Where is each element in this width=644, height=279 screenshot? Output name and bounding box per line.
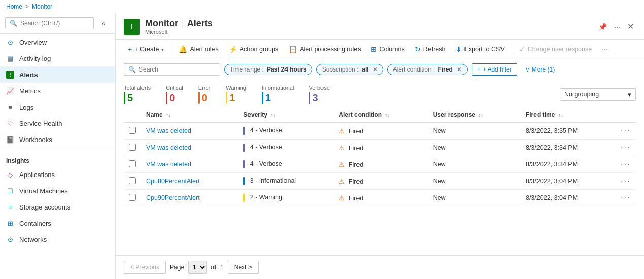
alert-name-link[interactable]: Cpu90PercentAlert: [146, 194, 200, 201]
alert-condition-value: Fired: [438, 66, 452, 73]
filter-search-input[interactable]: [139, 66, 216, 73]
alert-condition-sort-icon[interactable]: ↑↓: [385, 112, 390, 118]
warning-count: 1: [229, 92, 235, 104]
alerts-icon: !: [6, 71, 14, 79]
more-filters-button[interactable]: ∨ More (1): [521, 64, 559, 75]
col-name[interactable]: Name ↑↓: [141, 107, 238, 123]
add-filter-button[interactable]: + + Add filter: [472, 63, 517, 76]
alert-condition-filter[interactable]: Alert condition : Fired ✕: [387, 64, 468, 75]
nav-item-overview[interactable]: ⊙ Overview: [0, 34, 115, 50]
row-actions-menu-icon[interactable]: ···: [621, 193, 630, 202]
col-user-response[interactable]: User response ↑↓: [428, 107, 521, 123]
verbose-stat: Verbose 3: [309, 85, 329, 104]
columns-icon: ⊞: [371, 45, 377, 53]
alert-rules-button[interactable]: 🔔 Alert rules: [174, 43, 222, 56]
sidebar-search-input[interactable]: [20, 20, 89, 27]
alert-condition-filter-close-icon[interactable]: ✕: [457, 66, 462, 73]
row-checkbox-cell: [124, 173, 141, 190]
row-actions-menu-icon[interactable]: ···: [621, 126, 630, 135]
row-actions-menu-icon[interactable]: ···: [621, 143, 630, 152]
col-fired-time[interactable]: Fired time ↑↓: [521, 107, 616, 123]
nav-label-storage-accounts: Storage accounts: [19, 203, 70, 211]
row-actions-menu-icon[interactable]: ···: [621, 177, 630, 185]
row-checkbox-cell: [124, 140, 141, 156]
sidebar-search-box[interactable]: 🔍: [5, 17, 94, 29]
nav-item-virtual-machines[interactable]: ☐ Virtual Machines: [0, 183, 115, 199]
table-header: Name ↑↓ Severity ↑↓ Alert condition ↑↓: [124, 107, 636, 123]
row-checkbox[interactable]: [129, 160, 136, 167]
row-actions-menu-icon[interactable]: ···: [621, 160, 630, 168]
change-response-button[interactable]: ✓ Change user response: [515, 43, 596, 56]
close-button[interactable]: ✕: [625, 20, 636, 33]
insights-section-title: Insights: [0, 152, 115, 166]
refresh-button[interactable]: ↻ Refresh: [411, 43, 450, 56]
sidebar: 🔍 « ⊙ Overview ▤ Activity log ! Alerts 📈…: [0, 13, 116, 279]
subscription-filter-close-icon[interactable]: ✕: [373, 66, 378, 73]
nav-item-containers[interactable]: ⊞ Containers: [0, 215, 115, 231]
alert-name-link[interactable]: VM was deleted: [146, 144, 191, 151]
toolbar-more-icon[interactable]: ···: [600, 43, 610, 55]
user-response-sort-icon[interactable]: ↑↓: [478, 112, 483, 118]
warning-value: 1: [226, 92, 246, 104]
row-severity-cell: 3 - Informational: [238, 173, 334, 190]
export-csv-button[interactable]: ⬇ Export to CSV: [452, 43, 509, 56]
alert-name-link[interactable]: VM was deleted: [146, 127, 191, 134]
columns-button[interactable]: ⊞ Columns: [367, 43, 408, 56]
sidebar-collapse-button[interactable]: «: [98, 17, 110, 29]
nav-item-metrics[interactable]: 📈 Metrics: [0, 83, 115, 99]
pin-icon[interactable]: 📌: [596, 21, 609, 33]
alert-name-link[interactable]: VM was deleted: [146, 161, 191, 168]
alert-name-link[interactable]: Cpu80PercentAlert: [146, 178, 200, 185]
col-alert-condition[interactable]: Alert condition ↑↓: [334, 107, 427, 123]
nav-item-activity-log[interactable]: ▤ Activity log: [0, 50, 115, 66]
time-range-filter[interactable]: Time range : Past 24 hours: [224, 64, 312, 75]
action-groups-button[interactable]: ⚡ Action groups: [225, 43, 282, 56]
severity-value: 4 - Verbose: [250, 127, 282, 134]
nav-item-alerts[interactable]: ! Alerts: [0, 66, 115, 83]
nav-item-networks[interactable]: ⊙ Networks: [0, 231, 115, 248]
nav-item-applications[interactable]: ◇ Applications: [0, 166, 115, 183]
networks-icon: ⊙: [6, 235, 14, 243]
nav-item-workbooks[interactable]: 📓 Workbooks: [0, 131, 115, 148]
previous-page-button[interactable]: < Previous: [124, 261, 166, 274]
col-severity[interactable]: Severity ↑↓: [238, 107, 334, 123]
page-number-select[interactable]: 1: [188, 261, 207, 274]
grouping-dropdown[interactable]: No grouping ▾: [560, 88, 636, 101]
severity-sort-icon[interactable]: ↑↓: [270, 112, 275, 118]
row-checkbox-cell: [124, 190, 141, 206]
warning-bar: [226, 92, 227, 104]
change-response-icon: ✓: [519, 45, 525, 53]
row-checkbox[interactable]: [129, 177, 136, 184]
critical-bar: [166, 92, 167, 104]
filter-search-box[interactable]: 🔍: [124, 63, 220, 76]
col-name-label: Name: [146, 111, 163, 118]
alert-processing-rules-button[interactable]: 📋 Alert processing rules: [284, 43, 365, 56]
create-button[interactable]: + + Create ▾: [124, 43, 168, 56]
table-body: VM was deleted 4 - Verbose ⚠ Fired New 8…: [124, 123, 636, 206]
row-user-response-cell: New: [428, 173, 521, 190]
nav-label-applications: Applications: [19, 171, 55, 179]
table-row: VM was deleted 4 - Verbose ⚠ Fired New 8…: [124, 123, 636, 140]
subscription-filter[interactable]: Subscription : all ✕: [316, 64, 383, 75]
row-checkbox[interactable]: [129, 144, 136, 151]
page-title: Alerts: [187, 18, 213, 29]
export-icon: ⬇: [456, 45, 462, 53]
nav-item-storage-accounts[interactable]: ≡ Storage accounts: [0, 199, 115, 215]
nav-item-logs[interactable]: ≡ Logs: [0, 99, 115, 115]
nav-item-service-health[interactable]: ♡ Service Health: [0, 115, 115, 131]
alert-condition-value: Fired: [349, 195, 363, 202]
breadcrumb-current[interactable]: Monitor: [32, 3, 52, 10]
name-sort-icon[interactable]: ↑↓: [166, 112, 171, 118]
filter-search-icon: 🔍: [128, 66, 136, 73]
row-checkbox[interactable]: [129, 194, 136, 201]
col-severity-label: Severity: [243, 111, 267, 118]
time-range-value: Past 24 hours: [267, 66, 307, 73]
fired-time-sort-icon[interactable]: ↑↓: [558, 112, 563, 118]
next-page-button[interactable]: Next >: [228, 261, 259, 274]
row-checkbox[interactable]: [129, 127, 136, 134]
breadcrumb-home[interactable]: Home: [6, 3, 22, 10]
header-ellipsis-icon[interactable]: ···: [612, 21, 622, 33]
alert-condition-value: Fired: [349, 128, 363, 135]
metrics-icon: 📈: [6, 87, 14, 95]
nav-divider: [0, 150, 115, 150]
